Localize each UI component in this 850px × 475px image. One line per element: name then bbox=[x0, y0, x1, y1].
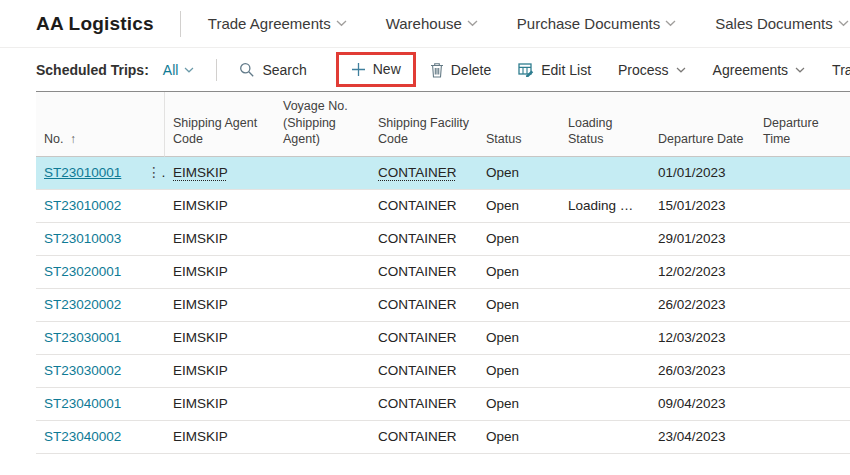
table-row[interactable]: ST23030002 EIMSKIP CONTAINER Open 26/03/… bbox=[36, 355, 850, 388]
cell-status[interactable]: Open bbox=[478, 388, 560, 421]
cell-departure-time[interactable] bbox=[755, 256, 850, 289]
cell-facility[interactable]: CONTAINER bbox=[370, 157, 478, 190]
cell-status[interactable]: Open bbox=[478, 190, 560, 223]
cell-departure-time[interactable] bbox=[755, 223, 850, 256]
cell-no[interactable]: ST23010002 bbox=[36, 190, 139, 223]
cell-no[interactable]: ST23020002 bbox=[36, 289, 139, 322]
delete-button[interactable]: Delete bbox=[430, 62, 491, 78]
cell-no[interactable]: ST23030001 bbox=[36, 322, 139, 355]
table-row[interactable]: ST23020002 EIMSKIP CONTAINER Open 26/02/… bbox=[36, 289, 850, 322]
table-row[interactable]: ST23010001 ⋮ EIMSKIP CONTAINER Open 01/0… bbox=[36, 157, 850, 190]
table-row[interactable]: ST23020001 EIMSKIP CONTAINER Open 12/02/… bbox=[36, 256, 850, 289]
row-menu-cell[interactable] bbox=[139, 190, 165, 223]
cell-voyage[interactable] bbox=[275, 322, 370, 355]
column-header-status[interactable]: Status bbox=[478, 92, 560, 157]
edit-list-button[interactable]: Edit List bbox=[518, 62, 591, 78]
nav-item-sales-documents[interactable]: Sales Documents bbox=[715, 15, 849, 32]
nav-item-purchase-documents[interactable]: Purchase Documents bbox=[517, 15, 676, 32]
cell-no[interactable]: ST23030002 bbox=[36, 355, 139, 388]
cell-shipping-agent[interactable]: EIMSKIP bbox=[165, 190, 275, 223]
cell-departure-date[interactable]: 12/03/2023 bbox=[650, 322, 755, 355]
cell-shipping-agent[interactable]: EIMSKIP bbox=[165, 289, 275, 322]
transport-menu-button[interactable]: Transp bbox=[832, 62, 850, 78]
row-menu-cell[interactable] bbox=[139, 289, 165, 322]
cell-voyage[interactable] bbox=[275, 355, 370, 388]
table-row[interactable]: ST23010002 EIMSKIP CONTAINER Open Loadin… bbox=[36, 190, 850, 223]
cell-facility[interactable]: CONTAINER bbox=[370, 256, 478, 289]
cell-voyage[interactable] bbox=[275, 421, 370, 454]
view-filter-dropdown[interactable]: All bbox=[163, 62, 195, 78]
cell-departure-time[interactable] bbox=[755, 421, 850, 454]
cell-no[interactable]: ST23040002 bbox=[36, 421, 139, 454]
cell-shipping-agent[interactable]: EIMSKIP bbox=[165, 322, 275, 355]
cell-facility[interactable]: CONTAINER bbox=[370, 223, 478, 256]
cell-loading-status[interactable] bbox=[560, 256, 650, 289]
cell-departure-date[interactable]: 26/03/2023 bbox=[650, 355, 755, 388]
cell-status[interactable]: Open bbox=[478, 322, 560, 355]
cell-shipping-agent[interactable]: EIMSKIP bbox=[165, 223, 275, 256]
cell-facility[interactable]: CONTAINER bbox=[370, 421, 478, 454]
cell-shipping-agent[interactable]: EIMSKIP bbox=[165, 355, 275, 388]
cell-loading-status[interactable] bbox=[560, 223, 650, 256]
row-menu-cell[interactable] bbox=[139, 223, 165, 256]
cell-loading-status[interactable] bbox=[560, 388, 650, 421]
column-header-loading-status[interactable]: Loading Status bbox=[560, 92, 650, 157]
search-button[interactable]: Search bbox=[239, 62, 306, 78]
column-header-departure-date[interactable]: Departure Date bbox=[650, 92, 755, 157]
cell-departure-date[interactable]: 09/04/2023 bbox=[650, 388, 755, 421]
cell-shipping-agent[interactable]: EIMSKIP bbox=[165, 157, 275, 190]
cell-voyage[interactable] bbox=[275, 388, 370, 421]
cell-status[interactable]: Open bbox=[478, 256, 560, 289]
cell-no[interactable]: ST23020001 bbox=[36, 256, 139, 289]
cell-departure-time[interactable] bbox=[755, 157, 850, 190]
table-row[interactable]: ST23040002 EIMSKIP CONTAINER Open 23/04/… bbox=[36, 421, 850, 454]
cell-status[interactable]: Open bbox=[478, 223, 560, 256]
cell-facility[interactable]: CONTAINER bbox=[370, 190, 478, 223]
cell-no[interactable]: ST23010003 bbox=[36, 223, 139, 256]
cell-status[interactable]: Open bbox=[478, 421, 560, 454]
cell-status[interactable]: Open bbox=[478, 157, 560, 190]
cell-loading-status[interactable] bbox=[560, 157, 650, 190]
cell-shipping-agent[interactable]: EIMSKIP bbox=[165, 421, 275, 454]
row-menu-cell[interactable] bbox=[139, 421, 165, 454]
cell-status[interactable]: Open bbox=[478, 289, 560, 322]
cell-no[interactable]: ST23010001 bbox=[36, 157, 139, 190]
cell-shipping-agent[interactable]: EIMSKIP bbox=[165, 256, 275, 289]
row-menu-cell[interactable] bbox=[139, 322, 165, 355]
cell-departure-time[interactable] bbox=[755, 322, 850, 355]
cell-loading-status[interactable]: Loading Co... bbox=[560, 190, 650, 223]
table-row[interactable]: ST23030001 EIMSKIP CONTAINER Open 12/03/… bbox=[36, 322, 850, 355]
cell-loading-status[interactable] bbox=[560, 289, 650, 322]
column-header-voyage-no[interactable]: Voyage No. (Shipping Agent) bbox=[275, 92, 370, 157]
column-header-departure-time[interactable]: Departure Time bbox=[755, 92, 850, 157]
cell-loading-status[interactable] bbox=[560, 421, 650, 454]
table-row[interactable]: ST23040001 EIMSKIP CONTAINER Open 09/04/… bbox=[36, 388, 850, 421]
nav-item-warehouse[interactable]: Warehouse bbox=[386, 15, 478, 32]
cell-voyage[interactable] bbox=[275, 289, 370, 322]
row-menu-cell[interactable]: ⋮ bbox=[139, 157, 165, 190]
agreements-menu-button[interactable]: Agreements bbox=[713, 62, 805, 78]
cell-status[interactable]: Open bbox=[478, 355, 560, 388]
cell-departure-date[interactable]: 26/02/2023 bbox=[650, 289, 755, 322]
cell-departure-time[interactable] bbox=[755, 289, 850, 322]
new-button[interactable]: New bbox=[351, 61, 401, 77]
table-row[interactable]: ST23010003 EIMSKIP CONTAINER Open 29/01/… bbox=[36, 223, 850, 256]
cell-loading-status[interactable] bbox=[560, 355, 650, 388]
cell-departure-time[interactable] bbox=[755, 190, 850, 223]
cell-voyage[interactable] bbox=[275, 157, 370, 190]
app-title[interactable]: AA Logistics bbox=[36, 13, 154, 35]
cell-shipping-agent[interactable]: EIMSKIP bbox=[165, 388, 275, 421]
cell-facility[interactable]: CONTAINER bbox=[370, 289, 478, 322]
column-header-shipping-agent-code[interactable]: Shipping Agent Code bbox=[165, 92, 275, 157]
row-menu-cell[interactable] bbox=[139, 256, 165, 289]
nav-item-trade-agreements[interactable]: Trade Agreements bbox=[208, 15, 347, 32]
cell-voyage[interactable] bbox=[275, 223, 370, 256]
cell-loading-status[interactable] bbox=[560, 322, 650, 355]
cell-voyage[interactable] bbox=[275, 256, 370, 289]
cell-departure-date[interactable]: 01/01/2023 bbox=[650, 157, 755, 190]
ellipsis-menu-icon[interactable]: ⋮ bbox=[147, 164, 165, 180]
row-menu-cell[interactable] bbox=[139, 355, 165, 388]
process-menu-button[interactable]: Process bbox=[618, 62, 686, 78]
column-header-no[interactable]: No. ↑ bbox=[36, 92, 139, 157]
cell-departure-date[interactable]: 23/04/2023 bbox=[650, 421, 755, 454]
